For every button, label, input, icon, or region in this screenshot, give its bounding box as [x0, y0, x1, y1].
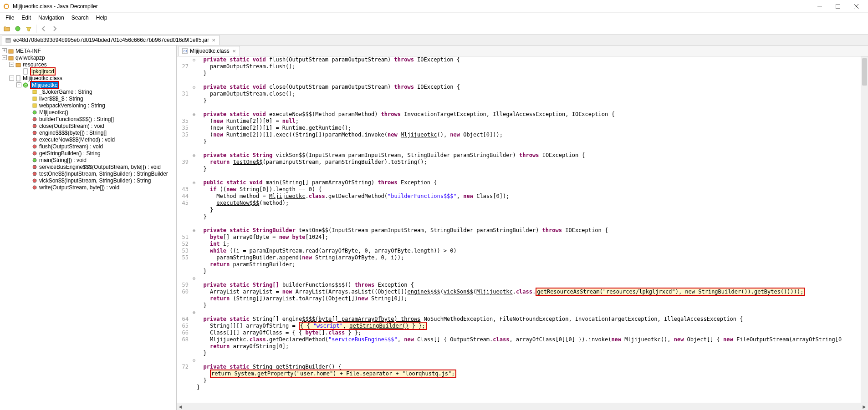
tree-node-package[interactable]: −qwlwckapzp — [0, 54, 176, 61]
code-line[interactable]: } — [197, 350, 859, 357]
code-line[interactable]: } — [197, 166, 859, 172]
code-line[interactable]: private static StringBuilder testOne$$(I… — [197, 227, 859, 234]
search-button[interactable] — [24, 24, 34, 34]
code-line[interactable]: ArrayList arrayList = new ArrayList(Arra… — [197, 289, 859, 295]
code-line[interactable]: private static String[] engine$$$$(byte[… — [197, 316, 859, 323]
code-line[interactable]: } — [197, 138, 859, 145]
menu-help[interactable]: Help — [92, 14, 111, 22]
tree-member[interactable]: getStringBuilder() : String — [0, 150, 176, 157]
tree-node-folder[interactable]: −resources — [0, 61, 176, 68]
code-line[interactable]: } — [197, 377, 859, 384]
jar-tab-close-icon[interactable]: ✕ — [211, 37, 216, 43]
tree-member[interactable]: testOne$$(InputStream, StringBuilder) : … — [0, 170, 176, 177]
code-line[interactable]: return testOne$$(paramInputStream, param… — [197, 159, 859, 166]
tree-expander-icon[interactable]: − — [9, 76, 14, 81]
tree-member[interactable]: builderFunctions$$$() : String[] — [0, 116, 176, 122]
tree-panel[interactable]: +META-INF−qwlwckapzp−resourceslpkgljrxcd… — [0, 46, 177, 410]
code-line[interactable]: return (String[])arrayList.toArray((Obje… — [197, 295, 859, 302]
code-line[interactable]: return arrayOfString[0]; — [197, 343, 859, 350]
code-line[interactable] — [197, 309, 859, 316]
tree-expander-icon[interactable]: − — [2, 55, 7, 60]
code-line[interactable]: int i; — [197, 241, 859, 248]
code-line[interactable]: } — [197, 97, 859, 104]
tree-member[interactable]: liver$$$_$ : String — [0, 95, 176, 102]
code-editor[interactable]: 2731353535394344455152535559606465666872… — [177, 56, 868, 403]
code-line[interactable]: (new Runtime[2])[1].exec((String[])param… — [197, 132, 859, 138]
tree-member[interactable]: webpackVersioning : String — [0, 102, 176, 109]
code-line[interactable]: } — [197, 213, 859, 220]
svg-point-20 — [33, 138, 36, 142]
tree-node-class[interactable]: −CMljijueotkc — [0, 81, 176, 88]
tree-expander-icon[interactable]: − — [9, 62, 14, 67]
code-line[interactable]: } — [197, 268, 859, 275]
tree-node-package[interactable]: +META-INF — [0, 47, 176, 54]
fold-column[interactable]: ⊖⊖⊖⊖⊖⊖⊖⊖⊖ — [191, 56, 197, 403]
menu-navigation[interactable]: Navigation — [35, 14, 68, 22]
menu-edit[interactable]: Edit — [18, 14, 35, 22]
code-line[interactable]: String[][] arrayOfString = { { "wscript"… — [197, 323, 859, 329]
code-area[interactable]: private static void flush(OutputStream p… — [197, 56, 868, 403]
code-line[interactable]: Class[][] arrayOfClass = { { byte[].clas… — [197, 329, 859, 336]
code-line[interactable]: paramOutputStream.close(); — [197, 91, 859, 97]
code-line[interactable]: (new Runtime[2])[0] = null; — [197, 118, 859, 125]
scroll-right-icon[interactable]: ► — [861, 403, 868, 410]
code-line[interactable]: (new Runtime[2])[1] = Runtime.getRuntime… — [197, 125, 859, 132]
code-line[interactable]: return System.getProperty("user.home") +… — [197, 370, 859, 377]
code-line[interactable]: paramStringBuilder.append(new String(arr… — [197, 254, 859, 261]
code-line[interactable]: paramOutputStream.flush(); — [197, 63, 859, 70]
minimize-button[interactable] — [811, 0, 829, 12]
tree-member[interactable]: write(OutputStream, byte[]) : void — [0, 184, 176, 191]
scroll-left-icon[interactable]: ◄ — [177, 403, 184, 410]
tree-member[interactable]: _$JokerGame : String — [0, 88, 176, 95]
nav-back-button[interactable] — [39, 24, 49, 34]
code-line[interactable]: private static void flush(OutputStream p… — [197, 56, 859, 63]
open-type-button[interactable] — [13, 24, 23, 34]
tree-node-resource[interactable]: lpkgljrxcd — [0, 68, 176, 75]
code-line[interactable]: private static void executeNow$$$(Method… — [197, 111, 859, 118]
code-line[interactable] — [197, 104, 859, 111]
nav-forward-button[interactable] — [50, 24, 60, 34]
method-icon — [31, 150, 38, 157]
code-line[interactable]: } — [197, 302, 859, 309]
code-line[interactable]: Mljijueotkc.class.getDeclaredMethod("ser… — [197, 336, 859, 343]
code-line[interactable]: executeNow$$$(method); — [197, 200, 859, 207]
horizontal-scrollbar[interactable]: ◄ ► — [177, 403, 868, 410]
code-line[interactable] — [197, 145, 859, 152]
code-line[interactable]: } — [197, 384, 859, 391]
jar-tab[interactable]: ec48d708eb393d94b995eb7d0194bded701c456c… — [2, 35, 220, 45]
code-line[interactable] — [197, 220, 859, 227]
tree-node-classfile[interactable]: −Mljijueotkc.class — [0, 75, 176, 81]
code-line[interactable] — [197, 357, 859, 364]
vertical-scrollbar[interactable] — [861, 56, 868, 403]
code-line[interactable] — [197, 77, 859, 84]
tree-member[interactable]: engine$$$$(byte[]) : String[] — [0, 129, 176, 136]
open-file-button[interactable] — [2, 24, 12, 34]
code-line[interactable]: Method method = Mljijueotkc.class.getDec… — [197, 193, 859, 200]
code-line[interactable]: byte[] arrayOfByte = new byte[1024]; — [197, 234, 859, 241]
tree-member[interactable]: serviceBusEngine$$$(OutputStream, byte[]… — [0, 163, 176, 170]
editor-tab-close-icon[interactable]: ✕ — [231, 48, 237, 54]
code-line[interactable] — [197, 172, 859, 179]
tree-member[interactable]: vickSon$$(InputStream, StringBuilder) : … — [0, 177, 176, 184]
maximize-button[interactable] — [829, 0, 847, 12]
code-line[interactable]: public static void main(String[] paramAr… — [197, 179, 859, 186]
menu-file[interactable]: File — [2, 14, 18, 22]
tree-member[interactable]: flush(OutputStream) : void — [0, 143, 176, 150]
code-line[interactable]: private static String vickSon$$(InputStr… — [197, 152, 859, 159]
tree-member[interactable]: close(OutputStream) : void — [0, 122, 176, 129]
code-line[interactable]: return paramStringBuilder; — [197, 261, 859, 268]
menu-search[interactable]: Search — [68, 14, 92, 22]
code-line[interactable]: while ((i = paramInputStream.read(arrayO… — [197, 248, 859, 254]
code-line[interactable]: if ((new String[0]).length == 0) { — [197, 186, 859, 193]
tree-member[interactable]: main(String[]) : void — [0, 157, 176, 163]
code-line[interactable] — [197, 275, 859, 282]
tree-member[interactable]: executeNow$$$(Method) : void — [0, 136, 176, 143]
code-line[interactable]: private static void close(OutputStream p… — [197, 84, 859, 91]
close-button[interactable] — [847, 0, 865, 12]
code-line[interactable]: } — [197, 207, 859, 213]
code-line[interactable]: } — [197, 70, 859, 77]
tree-expander-icon[interactable]: − — [16, 82, 21, 87]
tree-expander-icon[interactable]: + — [2, 48, 7, 53]
editor-tab[interactable]: 01 Mljijueotkc.class ✕ — [179, 46, 240, 56]
tree-member[interactable]: Mljijueotkc() — [0, 109, 176, 116]
